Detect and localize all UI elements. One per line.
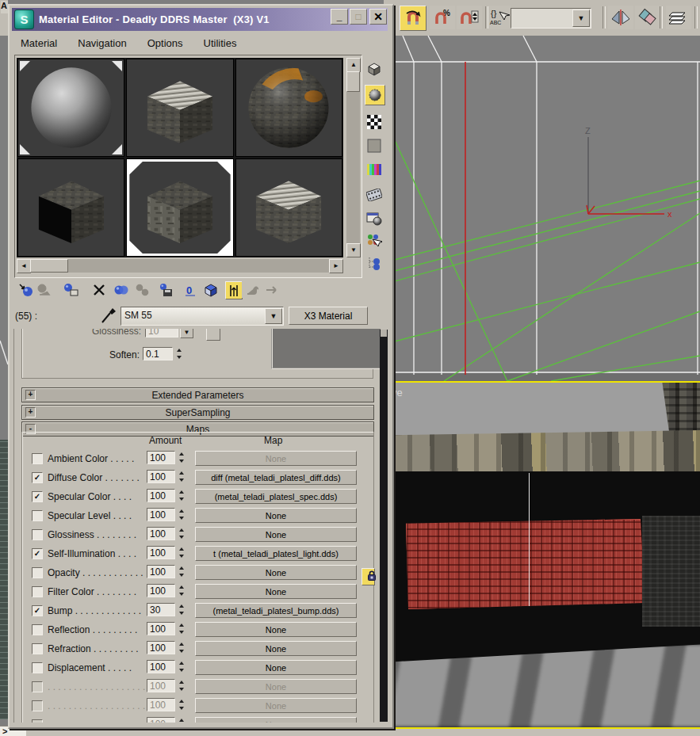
map-checkbox[interactable]	[32, 624, 43, 635]
rollout-toggle[interactable]: +	[25, 390, 36, 400]
map-amount-spinner[interactable]	[177, 717, 186, 723]
sample-uv-tiling-button[interactable]	[365, 136, 384, 155]
map-checkbox[interactable]	[32, 567, 43, 578]
menu-material[interactable]: Material	[21, 37, 57, 49]
scroll-down-button[interactable]: ▼	[346, 243, 361, 257]
glossiness-field[interactable]: 10	[145, 329, 178, 337]
map-amount-spinner[interactable]	[177, 451, 186, 464]
map-amount-spinner[interactable]	[177, 698, 186, 711]
material-name-combobox[interactable]: SM 55 ▼	[120, 307, 284, 326]
sample-slot-1[interactable]	[17, 59, 124, 157]
map-checkbox[interactable]	[32, 662, 43, 673]
map-slot-button[interactable]: None	[195, 527, 357, 542]
scroll-right-button[interactable]: ►	[329, 259, 343, 273]
map-slot-button[interactable]: None	[195, 451, 357, 466]
map-slot-button[interactable]: None	[195, 660, 357, 675]
menu-navigation[interactable]: Navigation	[78, 37, 126, 49]
minimize-button[interactable]: _	[331, 9, 348, 25]
make-material-copy-button[interactable]	[112, 281, 130, 298]
go-forward-to-sibling-button[interactable]	[262, 281, 281, 298]
make-preview-button[interactable]	[365, 185, 384, 204]
scroll-thumb[interactable]	[30, 259, 68, 273]
sample-slot-4[interactable]	[17, 158, 124, 257]
map-checkbox[interactable]	[32, 681, 43, 692]
combo-dropdown-arrow[interactable]: ▼	[572, 10, 590, 27]
named-selection-sets-button[interactable]: {} ABC	[488, 6, 511, 29]
map-amount-field[interactable]: 100	[147, 489, 175, 502]
put-to-library-button[interactable]	[157, 281, 175, 298]
map-checkbox[interactable]: ✓	[32, 491, 43, 502]
map-amount-field[interactable]: 100	[147, 622, 175, 635]
map-slot-button[interactable]: (metal_teladi_platesl_spec.dds)	[195, 489, 357, 504]
map-checkbox[interactable]: ✓	[32, 605, 43, 616]
named-selection-combobox[interactable]: ▼	[511, 8, 591, 29]
map-amount-spinner[interactable]	[177, 603, 186, 616]
sample-slot-6[interactable]	[235, 158, 342, 257]
angle-snap-toggle-button[interactable]	[400, 6, 427, 31]
soften-spinner[interactable]	[174, 347, 183, 360]
map-amount-spinner[interactable]	[177, 622, 186, 635]
rollout-extended-parameters[interactable]: + Extended Parameters	[21, 387, 374, 402]
assign-material-to-selection-button[interactable]	[62, 281, 80, 298]
viewport-bottom-perspective[interactable]: ve	[387, 381, 700, 729]
close-button[interactable]: ✕	[369, 9, 387, 25]
scroll-thumb[interactable]	[381, 330, 387, 337]
map-amount-field[interactable]: 100	[147, 584, 175, 597]
samples-vertical-scrollbar[interactable]: ▲ ▼	[346, 58, 360, 256]
mirror-button[interactable]	[608, 6, 633, 29]
map-amount-spinner[interactable]	[177, 565, 186, 578]
menu-utilities[interactable]: Utilities	[204, 37, 237, 49]
map-slot-button[interactable]: None	[195, 584, 357, 599]
map-slot-button[interactable]: None	[195, 565, 357, 580]
map-amount-field[interactable]: 100	[147, 470, 175, 483]
map-amount-field[interactable]: 100	[147, 641, 175, 654]
viewport-top-wireframe[interactable]: Z x	[388, 36, 700, 381]
map-amount-field[interactable]: 100	[147, 546, 175, 559]
go-to-parent-button[interactable]	[242, 281, 260, 298]
put-material-to-scene-button[interactable]	[35, 281, 53, 298]
map-amount-spinner[interactable]	[177, 584, 186, 597]
map-amount-spinner[interactable]	[177, 546, 186, 559]
map-amount-spinner[interactable]	[177, 489, 186, 502]
rollout-toggle[interactable]: +	[25, 407, 36, 418]
get-material-button[interactable]	[17, 281, 35, 298]
reset-map-button[interactable]	[90, 281, 108, 298]
spinner-snap-toggle-button[interactable]	[457, 6, 482, 29]
make-unique-button[interactable]	[133, 281, 151, 298]
map-checkbox[interactable]	[32, 453, 43, 464]
map-amount-spinner[interactable]	[177, 508, 186, 521]
menu-options[interactable]: Options	[147, 37, 183, 49]
material-options-button[interactable]	[365, 209, 384, 228]
scroll-left-button[interactable]: ◄	[17, 259, 31, 273]
map-amount-field[interactable]: 100	[147, 717, 175, 723]
map-slot-button[interactable]: None	[195, 698, 357, 713]
layer-manager-button[interactable]	[666, 6, 691, 29]
map-amount-field[interactable]: 100	[147, 565, 175, 578]
parameters-scrollbar[interactable]	[380, 330, 388, 722]
sample-type-button[interactable]	[365, 59, 384, 78]
soften-field[interactable]: 0.1	[143, 347, 173, 360]
sample-slot-3[interactable]	[235, 59, 342, 157]
material-id-channel-button[interactable]: 0	[181, 281, 199, 298]
ambient-diffuse-lock-button[interactable]	[361, 568, 375, 585]
pick-material-from-object-button[interactable]	[95, 305, 114, 326]
selected-object-red-panel[interactable]	[406, 519, 645, 609]
map-slot-button[interactable]: (metal_teladi_platesl_bump.dds)	[195, 603, 357, 618]
map-slot-button[interactable]: None	[195, 679, 357, 694]
map-checkbox[interactable]	[32, 510, 43, 521]
map-slot-button[interactable]: t (metal_teladi_platesl_light.dds)	[195, 546, 357, 561]
map-checkbox[interactable]	[32, 529, 43, 540]
map-amount-spinner[interactable]	[177, 470, 186, 483]
map-amount-spinner[interactable]	[177, 641, 186, 654]
map-amount-field[interactable]: 100	[147, 527, 175, 540]
sample-slot-2[interactable]	[126, 59, 233, 157]
backlight-button[interactable]	[365, 85, 385, 105]
glossiness-spinner[interactable]: ▼	[180, 329, 193, 338]
map-amount-spinner[interactable]	[177, 660, 186, 673]
background-button[interactable]	[365, 112, 384, 132]
material-map-navigator-button[interactable]	[365, 254, 384, 273]
align-button[interactable]	[635, 6, 660, 29]
material-type-button[interactable]: X3 Material	[289, 307, 368, 325]
maximize-button[interactable]: □	[350, 9, 367, 25]
percent-snap-toggle-button[interactable]: %	[430, 6, 455, 29]
